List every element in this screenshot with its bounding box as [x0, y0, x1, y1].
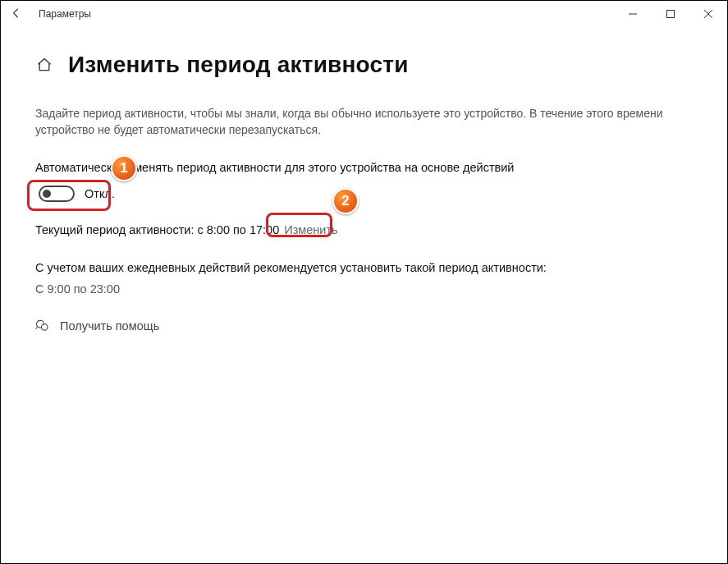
window-title: Параметры	[39, 8, 91, 20]
svg-rect-1	[667, 11, 675, 18]
get-help-link[interactable]: Получить помощь	[35, 319, 693, 333]
close-button[interactable]	[689, 1, 727, 27]
current-active-hours-text: Текущий период активности: с 8:00 по 17:…	[35, 223, 279, 236]
current-active-hours-row: Текущий период активности: с 8:00 по 17:…	[35, 222, 693, 238]
maximize-button[interactable]	[652, 1, 689, 27]
recommend-label: С учетом ваших ежедневных действий реком…	[35, 261, 693, 274]
auto-adjust-label: Автоматически изменять период активности…	[35, 161, 693, 174]
titlebar: Параметры	[1, 1, 727, 27]
toggle-knob-icon	[43, 190, 51, 198]
auto-adjust-toggle-row: Откл.	[35, 182, 120, 205]
page-description: Задайте период активности, чтобы мы знал…	[35, 106, 675, 138]
auto-adjust-toggle-state: Откл.	[85, 187, 115, 200]
change-link[interactable]: Изменить	[279, 222, 342, 238]
svg-point-5	[42, 324, 48, 331]
minimize-button[interactable]	[614, 1, 652, 27]
home-icon[interactable]	[35, 56, 53, 74]
recommend-value: С 9:00 по 23:00	[35, 282, 693, 296]
auto-adjust-toggle[interactable]	[39, 186, 75, 202]
get-help-label: Получить помощь	[60, 319, 159, 332]
window-controls	[614, 1, 727, 27]
page-heading: Изменить период активности	[35, 52, 693, 78]
help-icon	[35, 319, 50, 333]
content-area: Изменить период активности Задайте перио…	[1, 27, 727, 333]
back-arrow-icon[interactable]	[11, 7, 27, 21]
page-title: Изменить период активности	[68, 52, 409, 78]
